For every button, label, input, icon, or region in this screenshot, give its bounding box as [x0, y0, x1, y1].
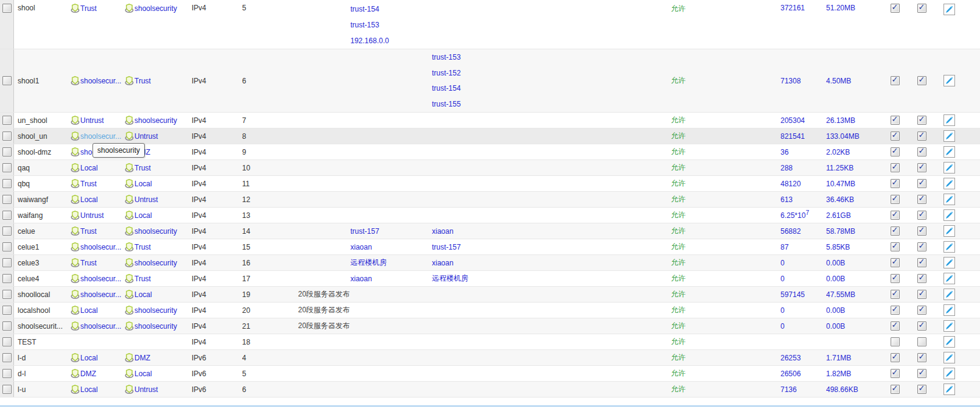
log-checkbox[interactable] — [891, 353, 900, 362]
row-select-checkbox[interactable] — [2, 4, 12, 13]
source-zone-link[interactable]: Local — [80, 195, 98, 204]
dest-address-link[interactable]: xiaoan — [432, 259, 453, 267]
row-select-checkbox[interactable] — [2, 116, 12, 125]
dest-zone-link[interactable]: shoolsecurity — [134, 306, 177, 315]
enable-checkbox[interactable] — [917, 195, 926, 204]
row-select-checkbox[interactable] — [2, 76, 12, 85]
traffic-link[interactable]: 498.66KB — [826, 385, 858, 394]
traffic-link[interactable]: 36.46KB — [826, 195, 854, 204]
log-checkbox[interactable] — [891, 116, 900, 125]
row-select-checkbox[interactable] — [2, 337, 12, 346]
dest-address-link[interactable]: xiaoan — [432, 227, 453, 236]
row-select-checkbox[interactable] — [2, 242, 12, 251]
row-select-checkbox[interactable] — [2, 147, 12, 156]
traffic-link[interactable]: 1.71MB — [826, 354, 851, 362]
dest-zone-link[interactable]: Trust — [134, 77, 151, 85]
traffic-link[interactable]: 2.61GB — [826, 211, 851, 220]
dest-zone-link[interactable]: Trust — [134, 275, 151, 283]
dest-zone-link[interactable]: shoolsecurity — [134, 4, 177, 13]
edit-button[interactable] — [944, 384, 955, 395]
enable-checkbox[interactable] — [917, 163, 926, 172]
row-select-checkbox[interactable] — [2, 369, 12, 378]
enable-checkbox[interactable] — [917, 179, 926, 188]
edit-button[interactable] — [944, 273, 955, 284]
log-checkbox[interactable] — [891, 242, 900, 251]
source-zone-link[interactable]: Trust — [80, 227, 97, 236]
edit-button[interactable] — [944, 209, 955, 221]
enable-checkbox[interactable] — [917, 147, 926, 156]
edit-button[interactable] — [944, 289, 955, 300]
dest-zone-link[interactable]: DMZ — [134, 354, 150, 362]
enable-checkbox[interactable] — [917, 211, 926, 220]
enable-checkbox[interactable] — [917, 226, 926, 236]
traffic-link[interactable]: 10.47MB — [826, 180, 855, 188]
traffic-link[interactable]: 1.82MB — [826, 370, 851, 378]
hit-count-link[interactable]: 48120 — [780, 180, 801, 188]
source-address-link[interactable]: 192.168.0.0 — [350, 37, 389, 45]
row-select-checkbox[interactable] — [2, 179, 12, 188]
log-checkbox[interactable] — [891, 274, 900, 283]
dest-zone-link[interactable]: shoolsecurity — [134, 227, 177, 236]
source-zone-link[interactable]: shoolsecur... — [80, 290, 121, 299]
edit-button[interactable] — [944, 114, 955, 126]
source-zone-link[interactable]: Local — [80, 306, 98, 315]
hit-count-link[interactable]: 0 — [780, 275, 785, 283]
dest-zone-link[interactable]: Local — [134, 180, 152, 188]
dest-address-link[interactable]: trust-154 — [432, 84, 460, 93]
log-checkbox[interactable] — [891, 4, 900, 13]
edit-button[interactable] — [944, 225, 955, 237]
edit-button[interactable] — [944, 162, 955, 173]
hit-count-link[interactable]: 0 — [780, 259, 785, 267]
log-checkbox[interactable] — [891, 369, 900, 378]
source-address-link[interactable]: trust-157 — [350, 227, 379, 236]
source-address-link[interactable]: 远程楼机房 — [350, 258, 387, 268]
edit-button[interactable] — [944, 304, 955, 316]
row-select-checkbox[interactable] — [2, 274, 12, 283]
traffic-link[interactable]: 0.00B — [826, 322, 845, 331]
edit-button[interactable] — [944, 4, 955, 15]
row-select-checkbox[interactable] — [2, 258, 12, 267]
source-address-link[interactable]: xiaoan — [350, 243, 372, 251]
dest-zone-link[interactable]: Local — [134, 290, 152, 299]
hit-count-link[interactable]: 26253 — [780, 354, 801, 362]
hit-count-link[interactable]: 205304 — [780, 116, 805, 125]
edit-button[interactable] — [944, 75, 955, 86]
row-select-checkbox[interactable] — [2, 385, 12, 394]
row-select-checkbox[interactable] — [2, 321, 12, 331]
enable-checkbox[interactable] — [917, 337, 926, 346]
dest-zone-link[interactable]: Untrust — [134, 132, 158, 141]
hit-count-link[interactable]: 821541 — [780, 132, 805, 141]
row-select-checkbox[interactable] — [2, 131, 12, 141]
traffic-link[interactable]: 0.00B — [826, 259, 845, 267]
source-zone-link[interactable]: Local — [80, 164, 98, 172]
dest-zone-link[interactable]: Trust — [134, 243, 151, 251]
edit-button[interactable] — [944, 352, 955, 363]
row-select-checkbox[interactable] — [2, 195, 12, 204]
enable-checkbox[interactable] — [917, 385, 926, 394]
enable-checkbox[interactable] — [917, 290, 926, 299]
source-address-link[interactable]: xiaoan — [350, 275, 372, 283]
source-address-link[interactable]: trust-153 — [350, 21, 379, 29]
dest-address-link[interactable]: 远程楼机房 — [432, 273, 468, 284]
dest-zone-link[interactable]: shoolsecurity — [134, 116, 177, 125]
enable-checkbox[interactable] — [917, 353, 926, 362]
source-zone-link[interactable]: shoolsecur... — [80, 275, 121, 283]
enable-checkbox[interactable] — [917, 131, 926, 141]
log-checkbox[interactable] — [891, 76, 900, 85]
source-zone-link[interactable]: shoolsecur... — [80, 77, 121, 85]
traffic-link[interactable]: 0.00B — [826, 306, 845, 315]
enable-checkbox[interactable] — [917, 369, 926, 378]
traffic-link[interactable]: 11.25KB — [826, 164, 853, 172]
dest-zone-link[interactable]: shoolsecurity — [134, 322, 177, 331]
hit-count-link[interactable]: 0 — [780, 322, 785, 331]
edit-button[interactable] — [944, 368, 955, 379]
dest-address-link[interactable]: trust-155 — [432, 100, 460, 108]
log-checkbox[interactable] — [891, 337, 900, 346]
enable-checkbox[interactable] — [917, 306, 926, 315]
edit-button[interactable] — [944, 320, 955, 332]
edit-button[interactable] — [944, 146, 955, 158]
edit-button[interactable] — [944, 130, 955, 142]
enable-checkbox[interactable] — [917, 274, 926, 283]
dest-address-link[interactable]: trust-153 — [432, 53, 460, 61]
row-select-checkbox[interactable] — [2, 226, 12, 236]
